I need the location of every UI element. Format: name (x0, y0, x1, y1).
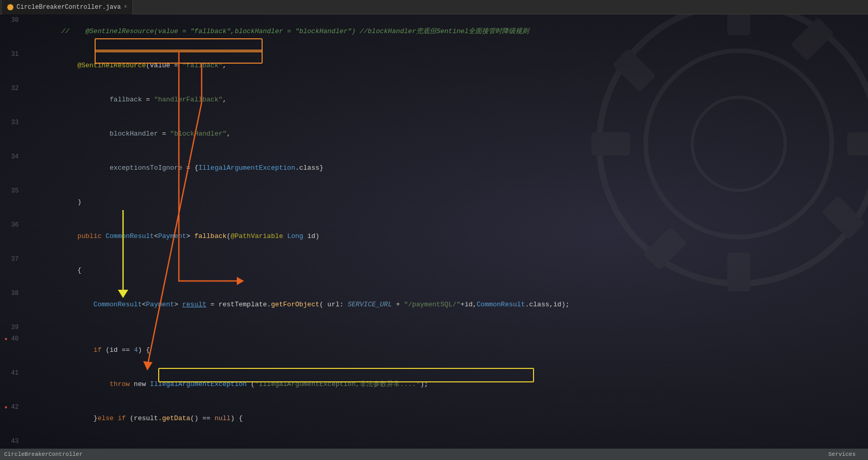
code-container: 30 // @SentinelResource(value = "fallbac… (0, 14, 868, 449)
code-line-36: 36 public CommonResult<Payment> fallback… (0, 219, 868, 254)
code-line-43: 43 throw new NullPointerException ("Null… (0, 436, 868, 449)
code-line-39: 39 (0, 322, 868, 333)
tab-bar: CircleBreakerController.java × (0, 0, 868, 14)
tab-close[interactable]: × (124, 4, 127, 10)
breakpoint-icon-40: ● (4, 336, 7, 342)
code-line-38: 38 CommonResult<Payment> result = restTe… (0, 288, 868, 322)
java-icon (7, 4, 13, 10)
code-line-40: ● 40 if (id == 4) { (0, 333, 868, 367)
code-line-37: 37 { (0, 254, 868, 288)
code-line-32: 32 fallback = "handlerFallback", (0, 83, 868, 117)
code-line-42: ● 42 }else if (result.getData() == null)… (0, 402, 868, 436)
editor: 30 // @SentinelResource(value = "fallbac… (0, 14, 868, 449)
file-tab[interactable]: CircleBreakerController.java × (2, 0, 133, 14)
status-services: Services (828, 451, 856, 457)
code-line-30: 30 // @SentinelResource(value = "fallbac… (0, 14, 868, 49)
code-line-34: 34 exceptionsToIgnore = {IllegalArgument… (0, 151, 868, 185)
code-line-33: 33 blockHandler = "blockHandler", (0, 117, 868, 151)
tab-title: CircleBreakerController.java (17, 4, 121, 11)
breakpoint-icon-42: ● (4, 405, 7, 410)
status-controller: CircleBreakerController (4, 451, 83, 457)
code-line-41: 41 throw new IllegalArgumentException ("… (0, 367, 868, 402)
status-bar: CircleBreakerController Services (0, 449, 868, 460)
code-line-31: 31 @SentinelResource(value = "fallback", (0, 49, 868, 83)
code-line-35: 35 ) (0, 185, 868, 219)
